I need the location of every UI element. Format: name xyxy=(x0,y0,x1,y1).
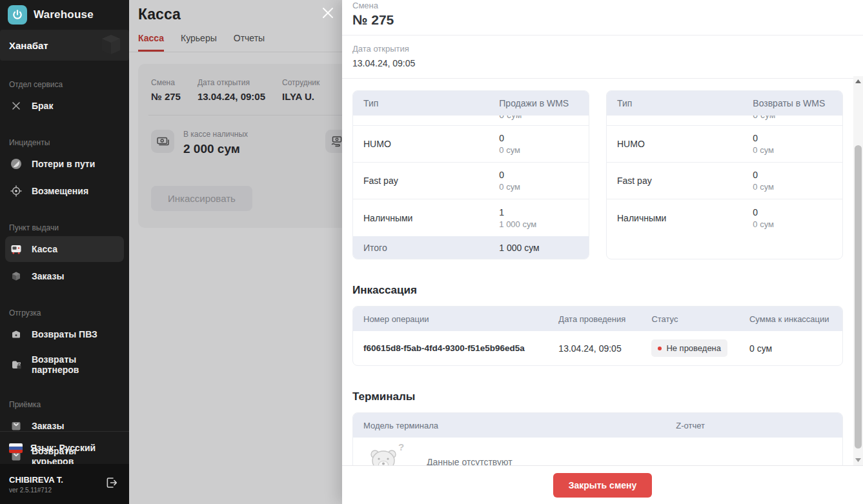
section-label-receiving: Приёмка xyxy=(9,400,120,409)
table-row: HUMO 00 сум xyxy=(353,126,589,163)
row-type: HUMO xyxy=(353,139,499,149)
row-amount: 0 сум xyxy=(753,182,842,192)
parcel-icon xyxy=(9,327,23,341)
app-logo[interactable]: Warehouse xyxy=(0,0,129,30)
section-label-pickup: Пункт выдачи xyxy=(9,223,120,232)
col-date: Дата проведения xyxy=(558,314,651,324)
returns-table-header: Тип Возвраты в WMS xyxy=(607,91,842,116)
table-row: HUMO 00 сум xyxy=(607,126,842,163)
collection-table: Номер операции Дата проведения Статус Су… xyxy=(352,306,843,366)
status-badge: Не проведена xyxy=(651,339,727,357)
power-logo-icon xyxy=(8,5,27,25)
terminals-title: Терминалы xyxy=(352,390,843,403)
row-type: Fast pay xyxy=(607,176,753,186)
drawer-scroll-area: Тип Продажи в WMS 0 сум HUMO 00 сум Fast… xyxy=(342,76,853,465)
sidebar-item-label: Заказы xyxy=(32,271,64,281)
sidebar-item-poteri[interactable]: Потери в пути xyxy=(5,151,124,177)
empty-state-bear-icon: ? xyxy=(358,440,410,465)
sidebar-item-brak[interactable]: Брак xyxy=(5,93,124,119)
close-icon[interactable] xyxy=(321,6,335,20)
scroll-up-icon[interactable] xyxy=(853,77,863,86)
sidebar-item-label: Брак xyxy=(32,101,53,111)
col-amount: Сумма к инкассации xyxy=(749,314,842,324)
col-operation-id: Номер операции xyxy=(353,314,558,324)
app-version: ver 2.5.11#712 xyxy=(9,487,63,494)
row-count: 0 xyxy=(753,170,842,180)
divider xyxy=(342,35,863,35)
section-label-shipment: Отгрузка xyxy=(9,308,120,318)
language-label: Язык: Русский xyxy=(30,443,96,453)
collection-row[interactable]: f60615d8-f5ab-4fd4-9300-f51e5b96ed5a 13.… xyxy=(353,331,842,365)
user-name: CHIBIREVA T. xyxy=(9,475,63,485)
col-z-report: Z-отчет xyxy=(676,421,842,430)
col-returns-wms: Возвраты в WMS xyxy=(753,98,842,108)
collection-table-header: Номер операции Дата проведения Статус Су… xyxy=(353,307,842,331)
sidebar-item-vozmeshcheniya[interactable]: Возмещения xyxy=(5,178,124,204)
language-switcher[interactable]: Язык: Русский xyxy=(0,431,129,464)
sales-table-header: Тип Продажи в WMS xyxy=(353,91,589,116)
sidebar-item-vozvraty-pvz[interactable]: Возвраты ПВЗ xyxy=(5,321,124,347)
returns-table: Тип Возвраты в WMS 0 сум HUMO 00 сум Fas… xyxy=(606,90,843,259)
sidebar-item-label: Возвраты ПВЗ xyxy=(32,329,97,339)
sales-table: Тип Продажи в WMS 0 сум HUMO 00 сум Fast… xyxy=(352,90,589,259)
drawer-shift-number: № 275 xyxy=(352,12,853,28)
sidebar-item-label: Заказы xyxy=(32,421,64,431)
col-type: Тип xyxy=(607,98,753,108)
terminals-table-header: Модель терминала Z-отчет xyxy=(353,413,842,438)
sidebar-item-kassa[interactable]: Касса xyxy=(5,236,124,262)
clipped-value: 0 сум xyxy=(499,116,522,120)
table-row: Наличными 00 сум xyxy=(607,199,842,236)
drawer-scrollbar[interactable] xyxy=(853,76,863,465)
sidebar-item-zakazy-pvz[interactable]: Заказы xyxy=(5,263,124,289)
operation-id: f60615d8-f5ab-4fd4-9300-f51e5b96ed5a xyxy=(353,343,558,353)
warehouse-box-icon xyxy=(96,31,124,59)
section-label-service: Отдел сервиса xyxy=(9,80,120,89)
box-icon xyxy=(9,269,23,283)
sidebar-item-label: Возмещения xyxy=(32,186,88,196)
loss-icon xyxy=(9,157,23,171)
table-row: Наличными 11 000 сум xyxy=(353,199,589,236)
russia-flag-icon xyxy=(9,443,23,453)
warehouse-name: Ханабат xyxy=(9,40,48,51)
brand-name: Warehouse xyxy=(34,8,94,21)
row-type: Fast pay xyxy=(353,176,499,186)
section-label-incidents: Инциденты xyxy=(9,138,120,147)
col-type: Тип xyxy=(353,98,499,108)
col-status: Статус xyxy=(651,314,749,324)
clipped-row: 0 сум xyxy=(607,116,842,126)
row-amount: 0 сум xyxy=(499,145,589,155)
operation-amount: 0 сум xyxy=(749,343,842,354)
row-count: 0 xyxy=(753,207,842,217)
sidebar-item-label: Возвраты партнеров xyxy=(32,354,120,375)
row-type: Наличными xyxy=(353,213,499,223)
drawer-shift-label: Смена xyxy=(352,1,853,10)
row-amount: 1 000 сум xyxy=(499,219,589,229)
row-type: HUMO xyxy=(607,139,753,149)
col-terminal-model: Модель терминала xyxy=(353,421,676,430)
close-shift-button[interactable]: Закрыть смену xyxy=(553,473,653,498)
warehouse-selector[interactable]: Ханабат xyxy=(0,30,129,61)
row-amount: 0 сум xyxy=(753,145,842,155)
table-row: Fast pay 00 сум xyxy=(353,163,589,199)
status-text: Не проведена xyxy=(666,343,721,353)
total-label: Итого xyxy=(353,243,499,253)
scroll-down-icon[interactable] xyxy=(853,456,863,465)
parcel-return-icon xyxy=(9,358,23,372)
row-count: 0 xyxy=(753,133,842,143)
logout-icon[interactable] xyxy=(105,476,119,492)
operation-date: 13.04.24, 09:05 xyxy=(558,343,651,354)
open-date-label: Дата открытия xyxy=(352,44,853,54)
terminals-table: Модель терминала Z-отчет xyxy=(352,412,843,465)
drawer-footer: Закрыть смену xyxy=(342,465,863,504)
clipped-row: 0 сум xyxy=(353,116,589,126)
modal-overlay[interactable] xyxy=(129,0,342,504)
scrollbar-thumb[interactable] xyxy=(855,145,862,449)
app-screen: Warehouse Ханабат Отдел сервиса Брак Инц… xyxy=(0,0,863,504)
row-type: Наличными xyxy=(607,213,753,223)
table-row: Fast pay 00 сум xyxy=(607,163,842,199)
sidebar-item-label: Касса xyxy=(32,244,57,254)
cross-icon xyxy=(9,99,23,113)
sidebar: Warehouse Ханабат Отдел сервиса Брак Инц… xyxy=(0,0,129,504)
row-count: 0 xyxy=(499,170,589,180)
sidebar-item-vozvraty-partnerov[interactable]: Возвраты партнеров xyxy=(5,348,124,381)
